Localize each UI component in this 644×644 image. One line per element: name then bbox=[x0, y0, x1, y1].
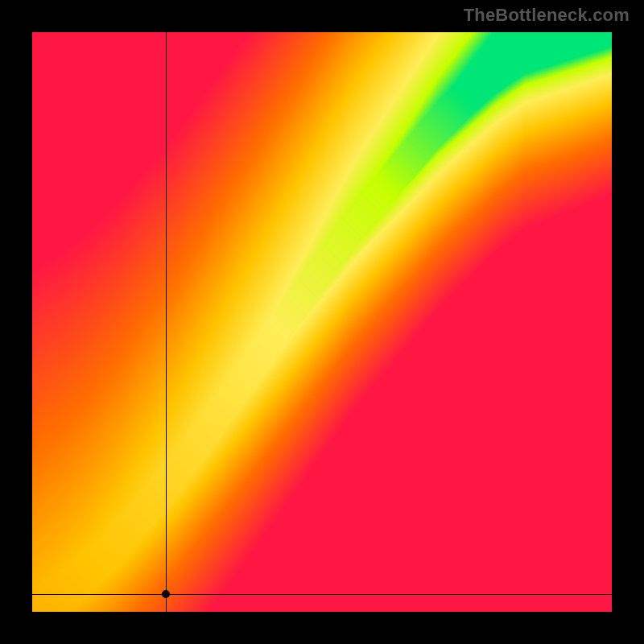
watermark-text: TheBottleneck.com bbox=[464, 5, 630, 26]
heatmap-canvas bbox=[32, 32, 612, 612]
crosshair-horizontal bbox=[32, 594, 612, 595]
plot-frame bbox=[32, 32, 612, 612]
crosshair-vertical bbox=[166, 32, 167, 612]
marker-dot bbox=[162, 590, 170, 598]
chart-stage: TheBottleneck.com bbox=[0, 0, 644, 644]
